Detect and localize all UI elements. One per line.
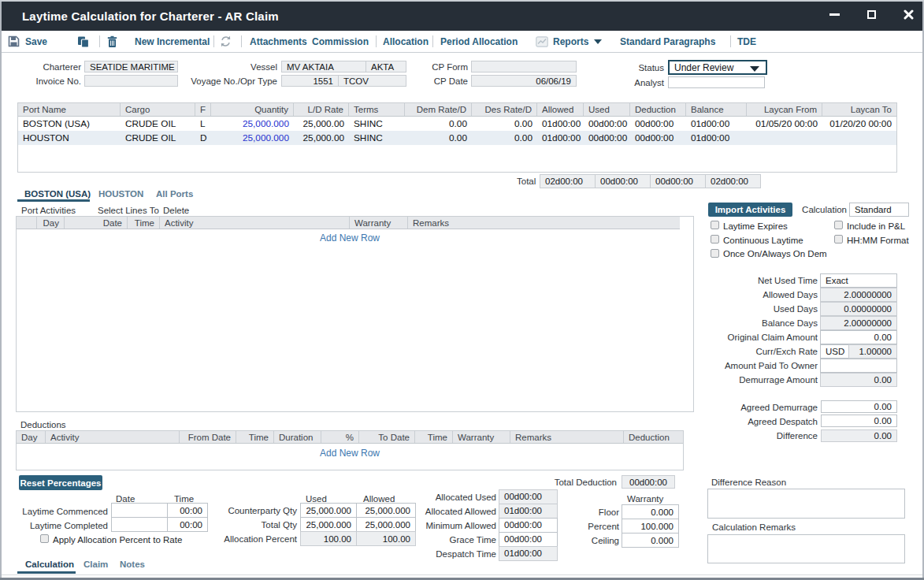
column-header[interactable]: To Date: [359, 431, 415, 443]
original-claim-amount-field[interactable]: 0.00: [820, 330, 897, 344]
reset-percentages-button[interactable]: Reset Percentages: [19, 475, 102, 490]
checkbox-include-in-p-l[interactable]: [834, 221, 843, 229]
calculation-field[interactable]: Standard: [849, 203, 909, 217]
minimum-allowed-field[interactable]: 00d00:00: [499, 518, 558, 533]
column-header[interactable]: Duration: [274, 431, 321, 443]
column-header[interactable]: Quantity: [211, 103, 294, 116]
amount-paid-to-owner-field[interactable]: [820, 359, 897, 373]
column-header[interactable]: L/D Rate: [294, 103, 349, 116]
deductions-add-new-row-link[interactable]: Add New Row: [320, 448, 380, 459]
tde-button[interactable]: TDE: [737, 31, 756, 52]
delete-lines-button[interactable]: Delete: [163, 206, 189, 215]
commission-button[interactable]: Commission: [312, 31, 369, 52]
voyage-no-field[interactable]: 1551: [281, 75, 339, 87]
column-header[interactable]: Time: [236, 431, 274, 443]
port-tab-houston[interactable]: HOUSTON: [98, 189, 143, 199]
calculation-remarks-textarea[interactable]: [707, 534, 905, 563]
column-header[interactable]: Warranty: [453, 431, 510, 443]
reports-button[interactable]: Reports: [536, 31, 602, 52]
column-header[interactable]: Balance: [686, 103, 747, 116]
column-header[interactable]: Deduction: [624, 431, 683, 443]
cp-date-field[interactable]: 06/06/19: [471, 75, 577, 87]
port-row[interactable]: HOUSTONCRUDE OILD25,000.00025,000.00SHIN…: [18, 131, 896, 145]
refresh-button[interactable]: [220, 31, 232, 52]
apply-allocation-checkbox[interactable]: [40, 534, 49, 543]
difference-reason-textarea[interactable]: [707, 489, 905, 519]
ceiling-field[interactable]: 0.000: [622, 533, 679, 548]
agreed-demurrage-field[interactable]: 0.00: [821, 400, 897, 413]
checkbox-continuous-laytime[interactable]: [711, 235, 719, 244]
import-activities-button[interactable]: Import Activities: [708, 203, 792, 217]
column-header[interactable]: [17, 217, 37, 229]
allocation-button[interactable]: Allocation: [383, 31, 429, 52]
column-header[interactable]: F: [195, 103, 211, 116]
port-tab-boston-usa-[interactable]: BOSTON (USA): [24, 189, 91, 199]
port-activities-label: Port Activities: [21, 206, 76, 215]
exch-rate-field[interactable]: 1.00000: [848, 344, 897, 359]
column-header[interactable]: Cargo: [121, 103, 195, 116]
bottom-tab-claim[interactable]: Claim: [83, 560, 108, 569]
column-header[interactable]: From Date: [180, 431, 236, 443]
port-row[interactable]: BOSTON (USA)CRUDE OILL25,000.00025,000.0…: [18, 117, 896, 131]
balance-days-field: 2.00000000: [820, 316, 897, 330]
column-header[interactable]: Date: [65, 217, 128, 229]
column-header[interactable]: Activity: [160, 217, 350, 229]
checkbox-laytime-expires[interactable]: [711, 221, 719, 229]
cp-form-field[interactable]: [471, 61, 577, 72]
attachments-button[interactable]: Attachments: [250, 31, 307, 52]
port-cell-quantity[interactable]: 25,000.000: [211, 131, 294, 145]
bottom-tab-calculation[interactable]: Calculation: [25, 560, 74, 569]
activities-add-new-row-link[interactable]: Add New Row: [320, 232, 380, 244]
column-header[interactable]: Port Name: [18, 103, 121, 116]
column-header[interactable]: Remarks: [510, 431, 624, 443]
close-button[interactable]: [896, 0, 920, 29]
column-header[interactable]: Used: [584, 103, 630, 116]
percent-field[interactable]: 100.000: [622, 519, 679, 534]
laytime-commenced-date-field[interactable]: [111, 503, 168, 518]
column-header[interactable]: Terms: [349, 103, 405, 116]
bottom-tab-notes[interactable]: Notes: [120, 560, 145, 569]
currency-field[interactable]: USD: [820, 344, 849, 359]
column-header[interactable]: Remarks: [408, 217, 680, 229]
vessel-code-field[interactable]: AKTA: [366, 61, 406, 72]
checkbox-hh-mm-format[interactable]: [834, 235, 843, 244]
port-cell-quantity[interactable]: 25,000.000: [211, 117, 294, 131]
period-allocation-button[interactable]: Period Allocation: [440, 31, 518, 52]
delete-button[interactable]: [106, 31, 118, 52]
column-header[interactable]: Warranty: [350, 217, 408, 229]
column-header[interactable]: Time: [415, 431, 453, 443]
column-header[interactable]: %: [321, 431, 359, 443]
net-used-time-field[interactable]: Exact: [820, 273, 897, 288]
column-header[interactable]: Laycan From: [747, 103, 822, 116]
column-header[interactable]: Deduction: [630, 103, 686, 116]
column-header[interactable]: Laycan To: [822, 103, 896, 116]
agreed-despatch-field[interactable]: 0.00: [821, 415, 897, 427]
checkbox-once-on-always-on-dem[interactable]: [711, 249, 719, 258]
port-tab-all-ports[interactable]: All Ports: [156, 189, 193, 199]
column-header[interactable]: Activity: [46, 431, 180, 443]
analyst-field[interactable]: [668, 76, 765, 88]
column-header[interactable]: Des Rate/D: [472, 103, 537, 116]
checkbox-label: HH:MM Format: [847, 236, 909, 245]
total-qty-used-field[interactable]: 25,000.000: [300, 517, 357, 532]
column-header[interactable]: Day: [37, 217, 65, 229]
new-incremental-button[interactable]: New Incremental: [135, 31, 210, 52]
status-dropdown[interactable]: Under Review: [668, 60, 767, 75]
minimize-button[interactable]: [822, 0, 846, 29]
standard-paragraphs-button[interactable]: Standard Paragraphs: [620, 31, 715, 52]
column-header[interactable]: Day: [17, 431, 46, 443]
invoice-no-field[interactable]: [84, 75, 178, 87]
column-header[interactable]: Dem Rate/D: [405, 103, 472, 116]
column-header[interactable]: Time: [128, 217, 160, 229]
grace-time-field[interactable]: 00d00:00: [499, 532, 558, 547]
counterparty-qty-used-field[interactable]: 25,000.000: [300, 503, 357, 518]
save-button[interactable]: Save: [8, 31, 47, 52]
opr-type-field[interactable]: TCOV: [338, 75, 406, 87]
laytime-completed-date-field[interactable]: [111, 517, 168, 532]
vessel-field[interactable]: MV AKTAIA: [281, 61, 366, 72]
charterer-field[interactable]: SEATIDE MARITIME: [84, 61, 178, 72]
copy-button[interactable]: [76, 31, 90, 52]
column-header[interactable]: Allowed: [537, 103, 584, 116]
maximize-button[interactable]: [859, 0, 883, 29]
floor-field[interactable]: 0.000: [622, 504, 679, 519]
